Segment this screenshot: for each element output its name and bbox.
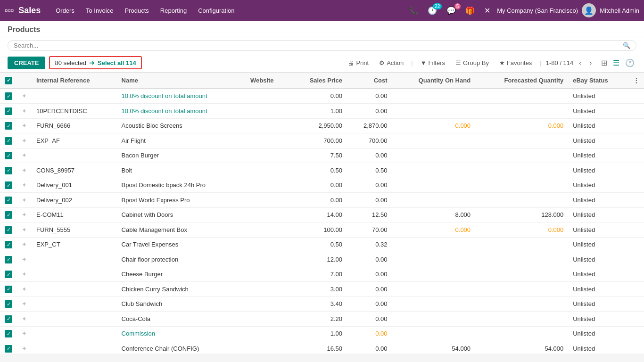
row-checkbox[interactable] [0, 104, 17, 119]
row-options[interactable] [628, 104, 644, 119]
row-options[interactable] [628, 237, 644, 252]
select-all-checkbox[interactable] [5, 77, 12, 84]
drag-handle[interactable]: ✦ [17, 237, 32, 252]
activity-icon[interactable]: 🕐22 [425, 5, 440, 16]
row-options[interactable] [628, 296, 644, 312]
row-checkbox[interactable] [0, 296, 17, 312]
header-options[interactable]: ⋮ [628, 73, 644, 89]
nav-reporting[interactable]: Reporting [156, 5, 191, 16]
row-options[interactable] [628, 341, 644, 354]
header-internal-ref[interactable]: Internal Reference [32, 73, 117, 89]
cell-name: Cable Management Box [117, 222, 246, 238]
clock-view-button[interactable]: 🕐 [623, 58, 636, 68]
filters-button[interactable]: ▼ Filters [418, 58, 448, 68]
drag-handle[interactable]: ✦ [17, 341, 32, 354]
apps-icon[interactable]: ▫▫▫ [5, 6, 14, 16]
cell-sales-price: 12.00 [290, 252, 347, 267]
drag-handle[interactable]: ✦ [17, 296, 32, 312]
drag-handle[interactable]: ✦ [17, 104, 32, 119]
cell-qty-on-hand [392, 178, 476, 193]
create-button[interactable]: CREATE [8, 57, 45, 69]
header-qty-on-hand[interactable]: Quantity On Hand [392, 73, 476, 89]
favorites-button[interactable]: ★ Favorites [496, 58, 535, 68]
row-checkbox[interactable] [0, 222, 17, 238]
row-options[interactable] [628, 89, 644, 104]
avatar[interactable]: 👤 [582, 3, 596, 17]
cell-sales-price: 700.00 [290, 133, 347, 148]
row-checkbox[interactable] [0, 282, 17, 297]
row-options[interactable] [628, 193, 644, 208]
next-page-button[interactable]: › [587, 58, 594, 68]
drag-handle[interactable]: ✦ [17, 133, 32, 148]
search-input[interactable] [14, 42, 623, 49]
drag-handle[interactable]: ✦ [17, 326, 32, 341]
row-checkbox[interactable] [0, 89, 17, 104]
row-checkbox[interactable] [0, 148, 17, 163]
list-view-button[interactable]: ☰ [611, 58, 621, 68]
row-checkbox[interactable] [0, 193, 17, 208]
nav-orders[interactable]: Orders [51, 5, 79, 16]
row-options[interactable] [628, 222, 644, 238]
nav-configuration[interactable]: Configuration [193, 5, 239, 16]
chat-icon[interactable]: 💬5 [444, 5, 459, 16]
row-checkbox[interactable] [0, 207, 17, 222]
close-icon[interactable]: ✕ [481, 5, 493, 16]
drag-handle[interactable]: ✦ [17, 267, 32, 282]
select-all-link[interactable]: Select all 114 [98, 59, 136, 66]
gift-icon[interactable]: 🎁 [462, 5, 478, 16]
row-checkbox[interactable] [0, 118, 17, 133]
row-options[interactable] [628, 282, 644, 297]
drag-handle[interactable]: ✦ [17, 252, 32, 267]
row-options[interactable] [628, 118, 644, 133]
row-options[interactable] [628, 163, 644, 178]
row-options[interactable] [628, 207, 644, 222]
drag-handle[interactable]: ✦ [17, 163, 32, 178]
phone-icon[interactable]: 📞 [406, 5, 421, 16]
row-options[interactable] [628, 267, 644, 282]
header-forecasted-qty[interactable]: Forecasted Quantity [475, 73, 568, 89]
row-options[interactable] [628, 178, 644, 193]
cell-forecasted-qty [475, 296, 568, 312]
nav-products[interactable]: Products [120, 5, 153, 16]
header-sales-price[interactable]: Sales Price [290, 73, 347, 89]
row-options[interactable] [628, 312, 644, 327]
row-checkbox[interactable] [0, 252, 17, 267]
drag-handle[interactable]: ✦ [17, 118, 32, 133]
drag-handle[interactable]: ✦ [17, 207, 32, 222]
row-options[interactable] [628, 148, 644, 163]
row-checkbox[interactable] [0, 163, 17, 178]
drag-handle[interactable]: ✦ [17, 148, 32, 163]
print-button[interactable]: 🖨 Print [345, 58, 372, 68]
cell-name[interactable]: Commission [117, 326, 246, 341]
header-ebay-status[interactable]: eBay Status [568, 73, 628, 89]
drag-handle[interactable]: ✦ [17, 222, 32, 238]
header-checkbox[interactable] [0, 73, 17, 89]
row-checkbox[interactable] [0, 267, 17, 282]
header-cost[interactable]: Cost [347, 73, 392, 89]
row-checkbox[interactable] [0, 178, 17, 193]
prev-page-button[interactable]: ‹ [576, 58, 584, 68]
header-website[interactable]: Website [246, 73, 290, 89]
row-options[interactable] [628, 133, 644, 148]
cell-name[interactable]: 10.0% discount on total amount [117, 104, 246, 119]
drag-handle[interactable]: ✦ [17, 89, 32, 104]
row-options[interactable] [628, 326, 644, 341]
drag-handle[interactable]: ✦ [17, 178, 32, 193]
drag-handle[interactable]: ✦ [17, 282, 32, 297]
action-button[interactable]: ⚙ Action [376, 58, 406, 68]
row-checkbox[interactable] [0, 237, 17, 252]
row-checkbox[interactable] [0, 341, 17, 354]
kanban-view-button[interactable]: ⊞ [599, 58, 609, 68]
drag-handle[interactable]: ✦ [17, 312, 32, 327]
header-name[interactable]: Name [117, 73, 246, 89]
group-by-button[interactable]: ☰ Group By [453, 58, 492, 68]
row-options[interactable] [628, 252, 644, 267]
row-checkbox[interactable] [0, 133, 17, 148]
row-checkbox[interactable] [0, 326, 17, 341]
drag-handle[interactable]: ✦ [17, 193, 32, 208]
cell-name[interactable]: 10.0% discount on total amount [117, 89, 246, 104]
row-checkbox[interactable] [0, 312, 17, 327]
cell-sales-price: 1.00 [290, 104, 347, 119]
cell-ebay-status: Unlisted [568, 326, 628, 341]
nav-to-invoice[interactable]: To Invoice [81, 5, 118, 16]
